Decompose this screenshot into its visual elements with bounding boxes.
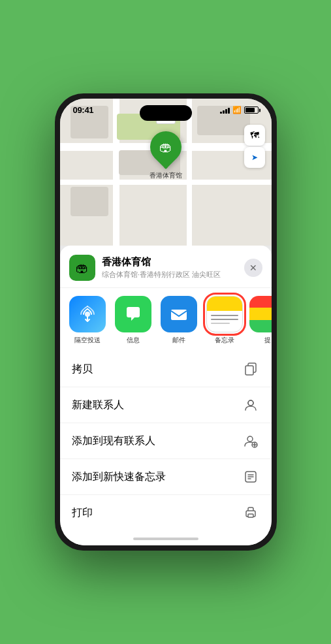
mail-icon-box: [161, 296, 197, 332]
home-indicator: [60, 532, 272, 545]
svg-point-7: [247, 436, 253, 442]
notes-icon-box: [206, 296, 243, 332]
status-icons: 📶: [220, 106, 259, 114]
add-notes-label: 添加到新快速备忘录: [72, 470, 166, 484]
copy-icon: [242, 360, 260, 378]
action-print[interactable]: 打印: [60, 495, 272, 526]
map-view-button[interactable]: 🗺: [244, 125, 265, 146]
new-contact-icon: [242, 396, 260, 414]
share-item-airdrop[interactable]: 隔空投送: [67, 296, 108, 345]
pin-icon: 🏟: [159, 139, 172, 154]
add-existing-label: 添加到现有联系人: [72, 434, 155, 448]
svg-rect-16: [248, 514, 253, 517]
share-item-messages[interactable]: 信息: [112, 296, 154, 345]
mail-label: 邮件: [172, 336, 185, 345]
share-row: 隔空投送 信息: [60, 288, 272, 351]
action-new-contact[interactable]: 新建联系人: [60, 387, 272, 423]
new-contact-label: 新建联系人: [72, 398, 124, 412]
svg-rect-2: [171, 310, 187, 320]
action-add-existing[interactable]: 添加到现有联系人: [60, 423, 272, 459]
svg-point-6: [248, 400, 253, 406]
venue-name: 香港体育馆: [102, 256, 244, 268]
action-copy[interactable]: 拷贝: [60, 351, 272, 387]
status-time: 09:41: [73, 105, 94, 115]
svg-point-0: [85, 312, 90, 317]
more-label: 提: [264, 336, 271, 345]
action-list: 拷贝 新建联系人: [60, 351, 272, 532]
home-bar: [133, 538, 198, 540]
phone-frame: 09:41 📶: [55, 93, 277, 551]
add-existing-icon: [242, 432, 260, 450]
share-item-more[interactable]: 提: [249, 296, 272, 345]
venue-icon: 🏟: [69, 255, 95, 281]
battery-icon: [244, 106, 259, 114]
copy-label: 拷贝: [72, 362, 93, 376]
venue-info: 香港体育馆 综合体育馆·香港特别行政区 油尖旺区: [102, 256, 244, 280]
bottom-sheet: 🏟 香港体育馆 综合体育馆·香港特别行政区 油尖旺区 ✕: [60, 246, 272, 545]
dynamic-island: [140, 105, 192, 121]
airdrop-label: 隔空投送: [74, 336, 101, 345]
map-controls: 🗺 ➤: [244, 125, 265, 168]
print-label: 打印: [72, 506, 93, 520]
wifi-icon: 📶: [232, 106, 242, 114]
airdrop-icon-box: [69, 296, 106, 332]
messages-label: 信息: [127, 336, 140, 345]
sheet-header: 🏟 香港体育馆 综合体育馆·香港特别行政区 油尖旺区 ✕: [60, 246, 272, 288]
svg-rect-4: [245, 366, 253, 375]
action-add-notes[interactable]: 添加到新快速备忘录: [60, 459, 272, 495]
share-item-notes[interactable]: 备忘录: [204, 296, 245, 345]
signal-bars-icon: [220, 107, 230, 114]
phone-screen: 09:41 📶: [60, 99, 272, 545]
location-button[interactable]: ➤: [244, 147, 265, 168]
pin-label: 香港体育馆: [150, 171, 182, 180]
location-pin: 🏟 香港体育馆: [150, 131, 182, 180]
add-notes-icon: [242, 468, 260, 486]
notes-label: 备忘录: [215, 336, 234, 345]
print-icon: [242, 504, 260, 522]
close-button[interactable]: ✕: [244, 259, 262, 277]
more-icon-box: [249, 296, 272, 332]
venue-description: 综合体育馆·香港特别行政区 油尖旺区: [102, 270, 244, 280]
messages-icon-box: [115, 296, 151, 332]
share-item-mail[interactable]: 邮件: [158, 296, 200, 345]
